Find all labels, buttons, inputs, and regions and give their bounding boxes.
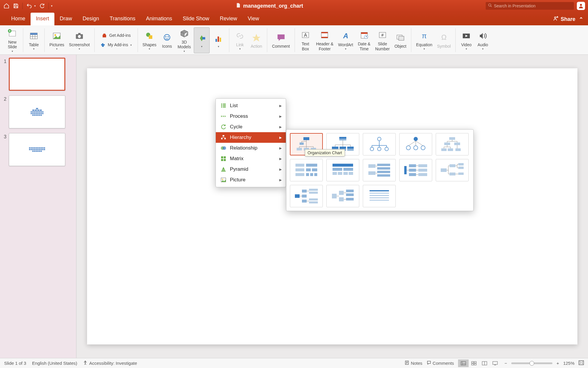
- textbox-icon: A: [300, 29, 311, 41]
- smartart-category-picture[interactable]: Picture ▶: [216, 175, 286, 185]
- equation-icon: π: [418, 30, 430, 42]
- gallery-item-hierarchy[interactable]: [436, 133, 469, 155]
- slideshow-view-button[interactable]: [490, 359, 500, 367]
- svg-rect-89: [310, 173, 313, 176]
- gallery-item-horizontal-hierarchy[interactable]: [436, 159, 469, 181]
- smartart-category-hierarchy[interactable]: Hierarchy ▶: [216, 132, 286, 143]
- slide-thumbnail-1[interactable]: [9, 58, 65, 91]
- get-addins-button[interactable]: Get Add-ins: [98, 32, 134, 40]
- addins-icon: [100, 42, 106, 48]
- icons-button[interactable]: Icons: [159, 27, 175, 53]
- date-time-button[interactable]: Date & Time: [356, 27, 372, 53]
- slide-number-button[interactable]: # Slide Number: [373, 27, 392, 53]
- zoom-level[interactable]: 125%: [563, 361, 574, 366]
- equation-button[interactable]: π Equation ▼: [414, 27, 434, 53]
- gallery-item-half-circle-org[interactable]: [363, 133, 396, 155]
- tab-home[interactable]: Home: [6, 13, 31, 25]
- screenshot-button[interactable]: Screenshot ▼: [67, 27, 92, 53]
- thumbnail-row[interactable]: 2: [2, 95, 74, 128]
- gallery-item-labeled-hierarchy[interactable]: [290, 159, 323, 181]
- search-input[interactable]: [494, 4, 572, 8]
- gallery-item-circle-picture-hierarchy[interactable]: [399, 133, 432, 155]
- language-label[interactable]: English (United States): [32, 361, 77, 366]
- gallery-item-horizontal-org[interactable]: [399, 159, 432, 181]
- share-button[interactable]: Share ⌃: [553, 16, 583, 23]
- normal-view-button[interactable]: [458, 359, 469, 367]
- save-icon[interactable]: [12, 2, 19, 9]
- video-button[interactable]: Video ▼: [459, 27, 474, 53]
- zoom-slider[interactable]: [511, 362, 552, 364]
- shapes-icon: [143, 30, 155, 42]
- tab-slideshow[interactable]: Slide Show: [178, 13, 215, 25]
- zoom-out-button[interactable]: −: [505, 361, 507, 366]
- svg-point-74: [414, 146, 418, 150]
- chevron-right-icon: ▶: [279, 168, 282, 171]
- svg-point-70: [377, 147, 381, 151]
- tab-transitions[interactable]: Transitions: [104, 13, 141, 25]
- svg-rect-57: [297, 148, 302, 150]
- gallery-item-hierarchy-list[interactable]: [363, 159, 396, 181]
- 3dmodels-button[interactable]: 3D Models ▼: [176, 27, 193, 53]
- share-label: Share: [561, 16, 575, 22]
- thumbnail-row[interactable]: 3: [2, 133, 74, 166]
- sorter-view-button[interactable]: [469, 359, 479, 367]
- smartart-category-matrix[interactable]: Matrix ▶: [216, 153, 286, 164]
- accessibility-button[interactable]: Accessibility: Investigate: [83, 360, 137, 366]
- comments-button[interactable]: Comments: [427, 360, 454, 366]
- redo-icon[interactable]: [39, 2, 46, 9]
- slide-thumbnail-3[interactable]: [9, 133, 65, 166]
- action-button[interactable]: Action: [249, 27, 264, 53]
- user-avatar[interactable]: [577, 2, 585, 10]
- comment-button[interactable]: Comment: [270, 27, 292, 53]
- my-addins-button[interactable]: My Add-ins ▼: [98, 41, 134, 49]
- tab-design[interactable]: Design: [77, 13, 104, 25]
- notes-button[interactable]: Notes: [405, 360, 422, 366]
- audio-button[interactable]: Audio ▼: [475, 27, 490, 53]
- home-icon[interactable]: [3, 2, 10, 9]
- gallery-item-horizontal-labeled[interactable]: [326, 185, 359, 207]
- undo-dropdown-icon[interactable]: ▼: [34, 5, 36, 7]
- zoom-in-button[interactable]: +: [557, 361, 559, 366]
- smartart-category-relationship[interactable]: Relationship ▶: [216, 143, 286, 153]
- svg-rect-118: [302, 190, 307, 193]
- smartart-button[interactable]: ▼: [194, 27, 210, 53]
- smartart-category-process[interactable]: Process ▶: [216, 111, 286, 122]
- slide-thumbnail-2[interactable]: [9, 95, 65, 128]
- tab-insert[interactable]: Insert: [31, 13, 54, 25]
- link-button[interactable]: Link ▼: [232, 27, 248, 53]
- reading-view-button[interactable]: [479, 359, 490, 367]
- chart-button[interactable]: ▼: [211, 27, 226, 53]
- zoom-knob[interactable]: [529, 361, 534, 366]
- textbox-button[interactable]: A Text Box: [298, 27, 313, 53]
- tab-animations[interactable]: Animations: [141, 13, 177, 25]
- slide-count-label[interactable]: Slide 1 of 3: [4, 361, 26, 366]
- table-button[interactable]: Table ▼: [26, 27, 41, 53]
- gallery-item-lined-list[interactable]: [363, 185, 396, 207]
- undo-icon[interactable]: [26, 2, 33, 9]
- gallery-item-table-hierarchy[interactable]: [326, 159, 359, 181]
- qat-customize-icon[interactable]: ▼: [51, 5, 53, 7]
- tab-draw[interactable]: Draw: [54, 13, 77, 25]
- document-title: management_org_chart: [243, 3, 303, 9]
- smartart-category-cycle[interactable]: Cycle ▶: [216, 122, 286, 132]
- gallery-tooltip: Organization Chart: [305, 149, 345, 156]
- shapes-button[interactable]: Shapes ▼: [141, 27, 158, 53]
- object-button[interactable]: Object: [393, 27, 408, 53]
- search-box[interactable]: [486, 2, 574, 10]
- smartart-category-list[interactable]: List ▶: [216, 100, 286, 111]
- fit-to-window-button[interactable]: [579, 360, 584, 366]
- gallery-item-horizontal-multilevel[interactable]: [290, 185, 323, 207]
- tab-review[interactable]: Review: [215, 13, 243, 25]
- header-footer-button[interactable]: Header & Footer: [314, 27, 335, 53]
- svg-point-54: [222, 179, 223, 180]
- new-slide-button[interactable]: New Slide ▼: [5, 27, 20, 53]
- smartart-category-pyramid[interactable]: Pyramid ▶: [216, 164, 286, 175]
- wordart-button[interactable]: A WordArt ▼: [336, 27, 355, 53]
- collapse-ribbon-icon[interactable]: ⌃: [579, 16, 583, 23]
- tab-view[interactable]: View: [243, 13, 265, 25]
- slide-thumbnail-pane[interactable]: 1 2 3: [0, 55, 76, 358]
- thumbnail-row[interactable]: 1: [2, 58, 74, 91]
- symbol-button[interactable]: Ω Symbol: [435, 27, 453, 53]
- pictures-button[interactable]: Pictures ▼: [48, 27, 66, 53]
- new-slide-icon: [6, 28, 18, 39]
